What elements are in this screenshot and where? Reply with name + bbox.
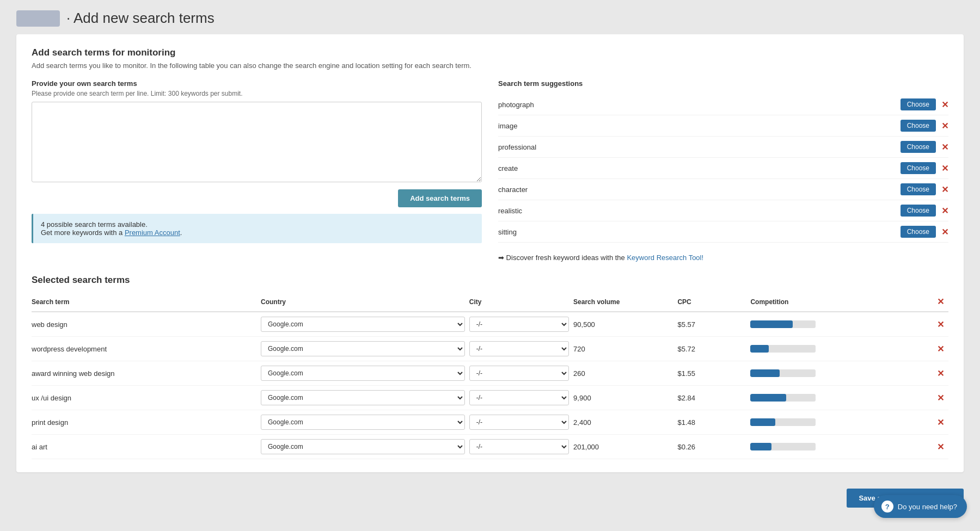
table-row: print design Google.comGoogle.co.ukGoogl… [32,410,948,435]
choose-button-6[interactable]: Choose [901,226,936,238]
col-header-remove: ✕ [917,293,948,312]
city-select-3[interactable]: -/- [469,390,569,405]
cell-competition [750,361,917,386]
remove-row-icon-0[interactable]: ✕ [937,320,944,329]
col-header-cpc: CPC [677,293,750,312]
help-icon: ? [881,501,893,513]
help-button[interactable]: ? Do you need help? [874,495,967,518]
suggestion-row: image Choose ✕ [498,115,948,137]
country-select-2[interactable]: Google.comGoogle.co.ukGoogle.deGoogle.fr [261,366,465,381]
choose-button-0[interactable]: Choose [901,98,936,110]
help-button-label: Do you need help? [898,503,957,511]
cell-country: Google.comGoogle.co.ukGoogle.deGoogle.fr [261,410,469,435]
choose-button-2[interactable]: Choose [901,141,936,153]
cell-volume: 720 [573,337,677,361]
cell-competition [750,410,917,435]
remove-suggestion-icon-4[interactable]: ✕ [941,184,948,195]
remove-suggestion-icon-3[interactable]: ✕ [941,163,948,174]
brand-logo [16,10,60,27]
country-select-5[interactable]: Google.comGoogle.co.ukGoogle.deGoogle.fr [261,439,465,454]
cell-city: -/- [469,410,573,435]
own-terms-sublabel: Please provide one search term per line.… [32,90,482,97]
cell-term: award winning web design [32,361,261,386]
city-select-4[interactable]: -/- [469,415,569,430]
cell-competition [750,435,917,459]
cell-city: -/- [469,386,573,410]
remove-suggestion-icon-2[interactable]: ✕ [941,142,948,152]
info-line2: Get more keywords with a Premium Account… [41,229,474,237]
remove-suggestion-icon-0[interactable]: ✕ [941,100,948,110]
keyword-link-prefix: ➡ Discover fresh keyword ideas with the [498,254,627,262]
two-column-layout: Provide your own search terms Please pro… [32,79,948,262]
page-header: · Add new search terms [0,0,980,34]
table-body: web design Google.comGoogle.co.ukGoogle.… [32,312,948,459]
cell-city: -/- [469,337,573,361]
table-header-row: Search term Country City Search volume C… [32,293,948,312]
info-line2-prefix: Get more keywords with a [41,229,125,237]
remove-row-icon-5[interactable]: ✕ [937,442,944,452]
cell-volume: 201,000 [573,435,677,459]
choose-button-5[interactable]: Choose [901,205,936,217]
cell-city: -/- [469,312,573,337]
info-line2-suffix: . [180,229,182,237]
cell-term: ux /ui design [32,386,261,410]
suggestion-row: photograph Choose ✕ [498,94,948,115]
cell-cpc: $0.26 [677,435,750,459]
competition-bar-bg [750,369,816,377]
col-header-term: Search term [32,293,261,312]
cell-country: Google.comGoogle.co.ukGoogle.deGoogle.fr [261,361,469,386]
choose-button-1[interactable]: Choose [901,120,936,132]
cell-cpc: $1.55 [677,361,750,386]
city-select-5[interactable]: -/- [469,439,569,454]
cell-competition [750,312,917,337]
cell-competition [750,337,917,361]
remove-suggestion-icon-6[interactable]: ✕ [941,227,948,237]
cell-cpc: $5.72 [677,337,750,361]
col-header-city: City [469,293,573,312]
cell-remove: ✕ [917,435,948,459]
competition-bar-bg [750,345,816,353]
info-line1: 4 possible search terms available. [41,220,474,229]
suggestion-term: image [498,122,901,130]
col-header-volume: Search volume [573,293,677,312]
remove-row-icon-2[interactable]: ✕ [937,369,944,378]
competition-bar-bg [750,418,816,426]
own-terms-label: Provide your own search terms [32,79,482,88]
cell-remove: ✕ [917,386,948,410]
competition-bar-fill [750,345,769,353]
keyword-link-row: ➡ Discover fresh keyword ideas with the … [498,249,948,262]
country-select-1[interactable]: Google.comGoogle.co.ukGoogle.deGoogle.fr [261,341,465,356]
keyword-research-tool-link[interactable]: Keyword Research Tool! [627,254,703,262]
remove-suggestion-icon-5[interactable]: ✕ [941,206,948,216]
suggestion-term: realistic [498,207,901,215]
country-select-0[interactable]: Google.comGoogle.co.ukGoogle.deGoogle.fr [261,317,465,332]
cell-cpc: $2.84 [677,386,750,410]
city-select-0[interactable]: -/- [469,317,569,332]
search-terms-textarea[interactable] [32,102,482,182]
choose-button-4[interactable]: Choose [901,183,936,195]
country-select-3[interactable]: Google.comGoogle.co.ukGoogle.deGoogle.fr [261,390,465,405]
remove-row-icon-3[interactable]: ✕ [937,393,944,403]
remove-suggestion-icon-1[interactable]: ✕ [941,121,948,131]
suggestion-term: photograph [498,101,901,109]
suggestion-term: create [498,164,901,172]
premium-account-link[interactable]: Premium Account [125,229,180,237]
suggestion-term: character [498,186,901,194]
suggestions-label: Search term suggestions [498,79,948,88]
remove-row-icon-4[interactable]: ✕ [937,418,944,427]
suggestion-row: sitting Choose ✕ [498,221,948,243]
remove-row-icon-1[interactable]: ✕ [937,344,944,354]
suggestions-list: photograph Choose ✕ image Choose ✕ profe… [498,94,948,243]
competition-bar-bg [750,394,816,402]
main-card: Add search terms for monitoring Add sear… [16,34,964,472]
suggestion-term: professional [498,143,901,151]
city-select-2[interactable]: -/- [469,366,569,381]
cell-term: web design [32,312,261,337]
table-row: web design Google.comGoogle.co.ukGoogle.… [32,312,948,337]
cell-volume: 2,400 [573,410,677,435]
choose-button-3[interactable]: Choose [901,162,936,174]
cell-country: Google.comGoogle.co.ukGoogle.deGoogle.fr [261,312,469,337]
country-select-4[interactable]: Google.comGoogle.co.ukGoogle.deGoogle.fr [261,415,465,430]
add-search-terms-button[interactable]: Add search terms [398,189,482,207]
city-select-1[interactable]: -/- [469,341,569,356]
